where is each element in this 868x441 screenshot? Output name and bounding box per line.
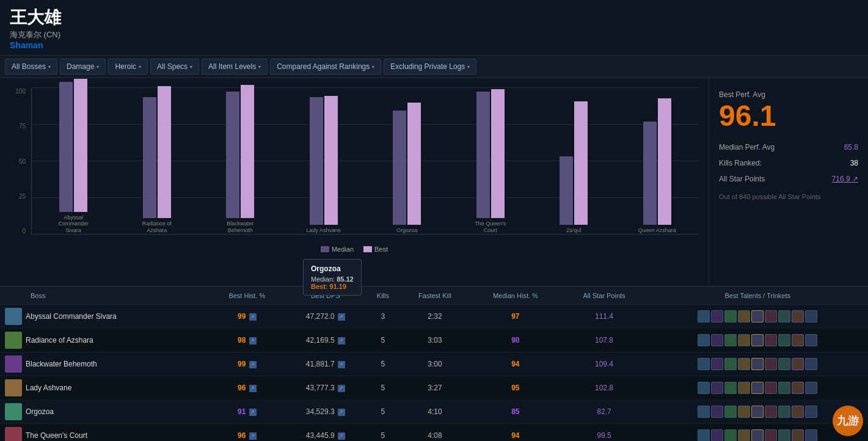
table-row: Orgozoa91 ↗34,529.3 ↗54:108582.7 xyxy=(0,400,868,424)
talent-icon xyxy=(792,358,804,370)
talent-icon xyxy=(805,406,817,418)
talent-icon xyxy=(738,310,750,323)
talent-icon xyxy=(792,310,804,323)
chevron-down-icon: ▾ xyxy=(97,64,99,70)
talent-icon xyxy=(724,406,737,418)
compared-against-rankings-label: Compared Against Rankings xyxy=(277,62,370,71)
all-star-cell: 82.7 xyxy=(561,400,647,424)
rank-link-icon[interactable]: ↗ xyxy=(249,409,257,416)
median-perf-label: Median Perf. Avg xyxy=(719,143,775,151)
bar-median xyxy=(59,82,73,212)
talent-icon xyxy=(792,429,804,441)
rank-link-icon[interactable]: ↗ xyxy=(338,409,345,416)
bar-group: The Queen's Court xyxy=(469,84,512,234)
legend-median-label: Median xyxy=(332,246,354,253)
all-star-cell: 109.4 xyxy=(561,352,647,376)
bar-label: Orgozoa xyxy=(396,227,418,234)
chevron-down-icon: ▾ xyxy=(258,64,261,70)
bar-median xyxy=(143,97,156,218)
kills-ranked-row: Kills Ranked: 38 xyxy=(719,159,858,167)
bar-group: Lady Ashvane xyxy=(302,90,345,234)
boss-icon xyxy=(5,427,22,441)
all-item-levels-button[interactable]: All Item Levels ▾ xyxy=(202,59,268,75)
y-label-100: 100 xyxy=(10,88,28,95)
bar-label: Queen Azshara xyxy=(638,227,676,234)
talent-icon xyxy=(751,310,764,323)
talent-icon xyxy=(765,358,777,370)
bar-group: Radiance of Azshara xyxy=(136,84,178,234)
fastest-kill-cell: 3:00 xyxy=(400,352,470,376)
boss-cell: Abyssal Commander Sivara xyxy=(0,305,209,328)
boss-name: The Queen's Court xyxy=(26,431,87,440)
boss-name: Blackwater Behemoth xyxy=(26,360,97,368)
talents-cell xyxy=(647,376,868,400)
boss-name: Abyssal Commander Sivara xyxy=(26,312,117,321)
talent-icon xyxy=(778,358,790,370)
bar-label: The Queen's Court xyxy=(469,221,512,234)
boss-cell: The Queen's Court xyxy=(0,424,209,441)
boss-cell: Lady Ashvane xyxy=(0,376,209,399)
all-star-value[interactable]: 716.9 ↗ xyxy=(832,175,858,183)
rank-link-icon[interactable]: ↗ xyxy=(338,432,345,440)
tooltip-median-value: 85.12 xyxy=(337,275,354,283)
best-dps-cell: 41,881.7 ↗ xyxy=(285,352,366,376)
rank-link-icon[interactable]: ↗ xyxy=(338,337,345,344)
talent-icon xyxy=(778,382,790,394)
rank-link-icon[interactable]: ↗ xyxy=(338,313,345,321)
talents-cell xyxy=(647,329,868,352)
boss-cell: Blackwater Behemoth xyxy=(0,352,209,376)
bar-label: Lady Ashvane xyxy=(306,227,341,234)
boss-name: Orgozoa xyxy=(26,407,54,416)
talent-icon xyxy=(765,334,777,346)
bars xyxy=(393,90,421,225)
col-best-dps: Best DPS xyxy=(285,287,366,305)
talent-icon xyxy=(805,358,817,370)
table-row: Abyssal Commander Sivara99 ↗47,272.0 ↗32… xyxy=(0,305,868,329)
damage-button[interactable]: Damage ▾ xyxy=(60,59,106,75)
excluding-private-logs-button[interactable]: Excluding Private Logs ▾ xyxy=(384,59,476,75)
fastest-kill-cell: 4:08 xyxy=(400,424,470,442)
rank-link-icon[interactable]: ↗ xyxy=(249,361,257,368)
talent-icon xyxy=(724,429,737,441)
boss-icon xyxy=(5,308,22,325)
talent-icon xyxy=(765,429,777,441)
compared-against-rankings-button[interactable]: Compared Against Rankings ▾ xyxy=(270,59,381,75)
rank-link-icon[interactable]: ↗ xyxy=(249,313,257,321)
talent-icons xyxy=(651,358,864,370)
bar-median xyxy=(226,92,239,218)
kills-cell: 3 xyxy=(366,305,400,329)
stats-panel: Best Perf. Avg 96.1 Median Perf. Avg 85.… xyxy=(709,78,868,286)
fastest-kill-cell: 3:27 xyxy=(400,376,470,400)
tooltip-median-label: Median: xyxy=(311,275,335,283)
col-kills: Kills xyxy=(366,287,400,305)
rank-link-icon[interactable]: ↗ xyxy=(249,337,257,344)
legend-median-swatch xyxy=(321,246,329,252)
watermark: 九游 xyxy=(833,406,863,436)
talent-icon xyxy=(751,382,764,394)
all-bosses-button[interactable]: All Bosses ▾ xyxy=(5,59,57,75)
legend-best: Best xyxy=(363,246,388,253)
rank-link-icon[interactable]: ↗ xyxy=(338,361,345,368)
all-star-cell: 107.8 xyxy=(561,329,647,352)
bar-label: Radiance of Azshara xyxy=(136,221,178,234)
talent-icon xyxy=(805,334,817,346)
all-star-cell: 99.5 xyxy=(561,424,647,442)
rank-link-icon[interactable]: ↗ xyxy=(338,385,345,392)
talent-icon xyxy=(738,429,750,441)
all-specs-button[interactable]: All Specs ▾ xyxy=(150,59,199,75)
median-hist-cell: 85 xyxy=(470,400,561,424)
heroic-button[interactable]: Heroic ▾ xyxy=(108,59,148,75)
talent-icon xyxy=(778,406,790,418)
talent-icon xyxy=(738,334,750,346)
kills-cell: 5 xyxy=(366,376,400,400)
rank-link-icon[interactable]: ↗ xyxy=(249,385,257,392)
rank-link-icon[interactable]: ↗ xyxy=(249,432,257,440)
bar-best xyxy=(158,86,171,218)
boss-name: Radiance of Azshara xyxy=(26,336,93,344)
best-hist-cell: 96 ↗ xyxy=(209,376,285,400)
col-boss: Boss xyxy=(0,287,209,305)
talent-icon xyxy=(778,310,790,323)
table-area: Boss Best Hist. % Best DPS Kills Fastest… xyxy=(0,286,868,441)
boss-icon xyxy=(5,332,22,349)
y-label-50: 50 xyxy=(10,158,28,165)
